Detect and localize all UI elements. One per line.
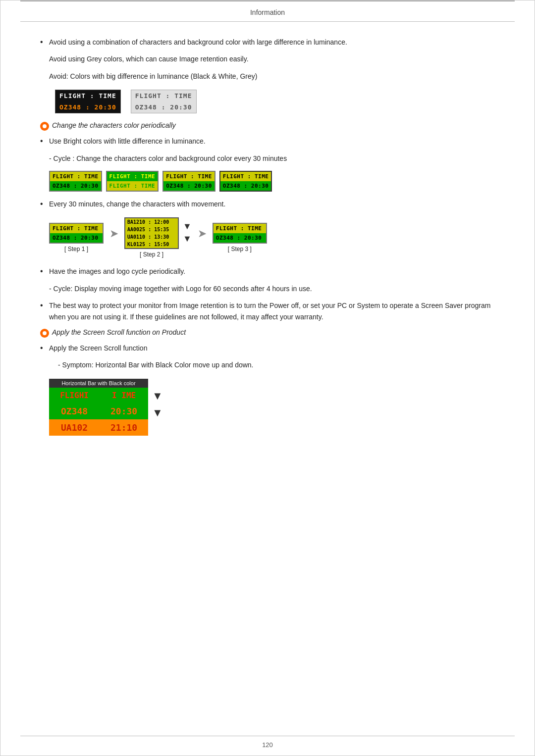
bullet-dot-6: • bbox=[40, 344, 49, 353]
step-2-wrapper: BA1210 : 12:00 AA0025 : 15:35 UA0110 : 1… bbox=[124, 217, 179, 258]
cycle-box-4: FLIGHT : TIME OZ348 : 20:30 bbox=[219, 171, 272, 192]
indent-2a: - Cycle : Change the characters color an… bbox=[49, 153, 495, 164]
step2-row2b: KL0125 : 15:50 bbox=[125, 241, 178, 248]
indent-1a: Avoid using Grey colors, which can cause… bbox=[49, 53, 495, 64]
orange-text-2: Apply the Screen Scroll function on Prod… bbox=[52, 328, 186, 336]
bullet-dot-1: • bbox=[40, 38, 49, 47]
step2-row1a: BA1210 : 12:00 bbox=[125, 218, 178, 226]
diag1-box2: FLIGHT : TIME OZ348 : 20:30 bbox=[131, 90, 197, 113]
cycle-box-4-header: FLIGHT : TIME bbox=[220, 172, 271, 181]
hb-title-row: Horizontal Bar with Black color bbox=[49, 379, 148, 388]
step2-box: BA1210 : 12:00 AA0025 : 15:35 UA0110 : 1… bbox=[124, 217, 179, 249]
step3-label: [ Step 3 ] bbox=[228, 246, 252, 252]
page-header: Information bbox=[20, 1, 515, 22]
bullet-text-1: Avoid using a combination of characters … bbox=[49, 37, 495, 48]
hb-title: Horizontal Bar with Black color bbox=[49, 379, 148, 388]
hb-down-arrow-2: ▼ bbox=[152, 406, 163, 419]
orange-circle-1 bbox=[40, 122, 49, 131]
bullet-item-6: • Apply the Screen Scroll function bbox=[40, 343, 495, 353]
arrow-1: ➤ bbox=[109, 227, 118, 248]
hb-down-arrow-1: ▼ bbox=[152, 390, 163, 403]
page-footer: 120 bbox=[0, 736, 535, 756]
hb-cell-flight: FLIGHI bbox=[49, 388, 100, 403]
step-3-wrapper: FLIGHT : TIME OZ348 : 20:30 [ Step 3 ] bbox=[213, 223, 267, 252]
diagram-1: FLIGHT : TIME OZ348 : 20:30 FLIGHT : TIM… bbox=[55, 90, 495, 113]
hb-arrows: ▼ ▼ bbox=[152, 379, 163, 419]
cycle-box-4-data: OZ348 : 20:30 bbox=[220, 181, 271, 191]
header-title: Information bbox=[250, 8, 285, 16]
step2-row2a: UA0110 : 13:30 bbox=[125, 233, 178, 241]
down-arrow-1: ▼ bbox=[183, 221, 192, 232]
hb-cell-ua102: UA102 bbox=[49, 419, 100, 436]
cycle-box-3: FLIGHT : TIME OZ348 : 20:30 bbox=[162, 171, 215, 192]
diag1-box1-data: OZ348 : 20:30 bbox=[55, 101, 120, 113]
indent-1b: Avoid: Colors with big difference in lum… bbox=[49, 71, 495, 82]
step-diagram: FLIGHT : TIME OZ348 : 20:30 [ Step 1 ] ➤… bbox=[49, 217, 495, 258]
indent-6a: - Symptom: Horizontal Bar with Black Col… bbox=[58, 359, 495, 370]
bullet-dot-2: • bbox=[40, 137, 49, 146]
diag1-box1-header: FLIGHT : TIME bbox=[55, 90, 120, 101]
hb-row-1: FLIGHI I IME bbox=[49, 388, 148, 403]
diag1-box2-data: OZ348 : 20:30 bbox=[131, 101, 196, 113]
bullet-item-3: • Every 30 minutes, change the character… bbox=[40, 199, 495, 209]
step-1-wrapper: FLIGHT : TIME OZ348 : 20:30 [ Step 1 ] bbox=[49, 223, 104, 252]
diag1-box2-header: FLIGHT : TIME bbox=[131, 90, 196, 101]
cycle-box-3-data: OZ348 : 20:30 bbox=[163, 181, 214, 191]
cycle-box-1: FLIGHT : TIME OZ348 : 20:30 bbox=[49, 171, 102, 192]
step2-label: [ Step 2 ] bbox=[140, 251, 163, 258]
cycle-box-1-header: FLIGHT : TIME bbox=[50, 172, 101, 181]
bullet-item-1: • Avoid using a combination of character… bbox=[40, 37, 495, 48]
hb-diagram: Horizontal Bar with Black color FLIGHI I… bbox=[49, 379, 495, 436]
orange-bullet-1: Change the characters color periodically bbox=[40, 121, 495, 131]
cycle-box-3-header: FLIGHT : TIME bbox=[163, 172, 214, 181]
cycle-box-2: FLIGHT : TIME FLIGHT : TIME bbox=[106, 171, 159, 192]
hb-cell-2030: 20:30 bbox=[100, 403, 148, 419]
bullet-text-4: Have the images and logo cycle periodica… bbox=[49, 266, 495, 277]
bullet-dot-3: • bbox=[40, 200, 49, 208]
arrow-2: ➤ bbox=[198, 227, 207, 248]
hb-cell-time: I IME bbox=[100, 388, 148, 403]
hb-cell-oz348: OZ348 bbox=[49, 403, 100, 419]
step1-box: FLIGHT : TIME OZ348 : 20:30 bbox=[49, 223, 104, 244]
bullet-dot-5: • bbox=[40, 301, 49, 310]
orange-circle-2 bbox=[40, 329, 49, 338]
step2-row1b: AA0025 : 15:35 bbox=[125, 226, 178, 233]
bullet-text-3: Every 30 minutes, change the characters … bbox=[49, 199, 495, 209]
hb-table: Horizontal Bar with Black color FLIGHI I… bbox=[49, 379, 148, 436]
hb-row-3: UA102 21:10 bbox=[49, 419, 148, 436]
diag1-box1: FLIGHT : TIME OZ348 : 20:30 bbox=[55, 90, 121, 113]
orange-bullet-2: Apply the Screen Scroll function on Prod… bbox=[40, 328, 495, 338]
bullet-item-4: • Have the images and logo cycle periodi… bbox=[40, 266, 495, 277]
step2-arrows: ▼ ▼ bbox=[183, 221, 192, 254]
indent-4a: - Cycle: Display moving image together w… bbox=[49, 283, 495, 294]
bullet-text-6: Apply the Screen Scroll function bbox=[49, 343, 495, 353]
step3-box: FLIGHT : TIME OZ348 : 20:30 bbox=[213, 223, 267, 244]
main-content: • Avoid using a combination of character… bbox=[0, 22, 535, 736]
bullet-text-5: The best way to protect your monitor fro… bbox=[49, 300, 495, 322]
bullet-text-2: Use Bright colors with little difference… bbox=[49, 136, 495, 147]
hb-cell-2110: 21:10 bbox=[100, 419, 148, 436]
step3-header: FLIGHT : TIME bbox=[214, 224, 266, 233]
bullet-item-5: • The best way to protect your monitor f… bbox=[40, 300, 495, 322]
cycle-box-1-data: OZ348 : 20:30 bbox=[50, 181, 101, 191]
cycle-diagram: FLIGHT : TIME OZ348 : 20:30 FLIGHT : TIM… bbox=[49, 171, 495, 192]
down-arrow-2: ▼ bbox=[183, 234, 192, 244]
step1-header: FLIGHT : TIME bbox=[50, 224, 103, 233]
cycle-box-2-header: FLIGHT : TIME bbox=[107, 172, 158, 181]
step1-label: [ Step 1 ] bbox=[64, 246, 88, 252]
orange-text-1: Change the characters color periodically bbox=[52, 121, 176, 129]
step3-data: OZ348 : 20:30 bbox=[214, 233, 266, 243]
page-number: 120 bbox=[262, 741, 273, 749]
hb-row-2: OZ348 20:30 bbox=[49, 403, 148, 419]
step1-data: OZ348 : 20:30 bbox=[50, 233, 103, 243]
bullet-item-2: • Use Bright colors with little differen… bbox=[40, 136, 495, 147]
cycle-box-2-data: FLIGHT : TIME bbox=[107, 181, 158, 191]
bullet-dot-4: • bbox=[40, 267, 49, 276]
